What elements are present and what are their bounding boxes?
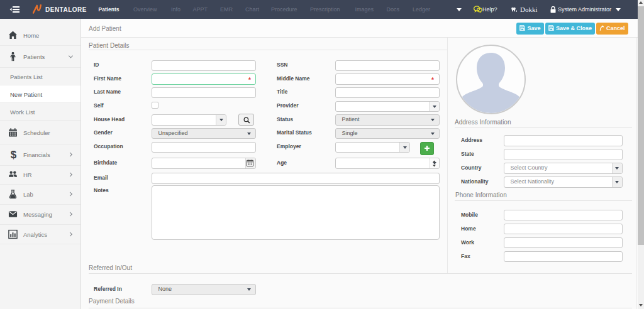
svg-text:$: $ <box>11 149 17 160</box>
